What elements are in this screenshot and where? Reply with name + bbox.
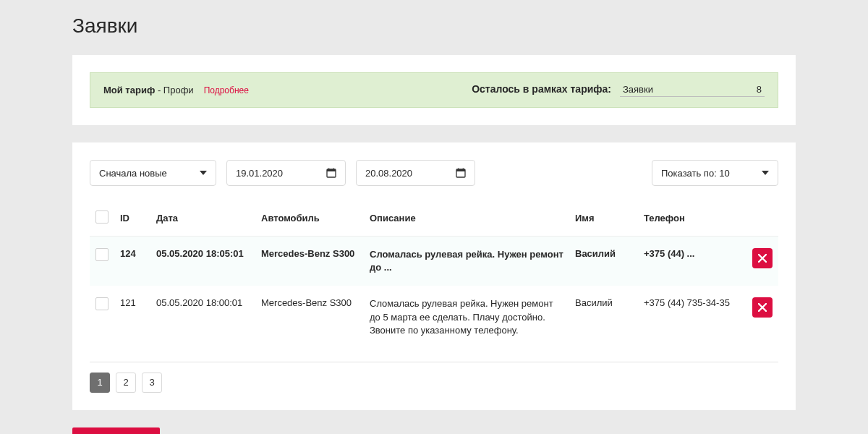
svg-rect-6 bbox=[458, 169, 459, 171]
date-to-input[interactable]: 20.08.2020 bbox=[356, 160, 475, 186]
chevron-down-icon bbox=[200, 171, 207, 175]
row-delete-button[interactable] bbox=[752, 297, 773, 318]
cell-owner-name: Василий bbox=[569, 237, 638, 286]
svg-rect-3 bbox=[333, 169, 334, 171]
svg-rect-5 bbox=[456, 169, 465, 171]
cell-car: Mercedes-Benz S300 bbox=[255, 286, 364, 349]
requests-table: ID Дата Автомобиль Описание Имя Телефон … bbox=[90, 203, 778, 349]
row-checkbox[interactable] bbox=[95, 248, 109, 261]
tariff-info: Мой тариф - Профи Подробнее bbox=[103, 85, 249, 95]
cell-id: 124 bbox=[114, 237, 150, 286]
per-page-value: Показать по: 10 bbox=[661, 168, 730, 179]
col-date: Дата bbox=[150, 203, 255, 237]
cell-car: Mercedes-Benz S300 bbox=[255, 237, 364, 286]
row-delete-button[interactable] bbox=[752, 248, 773, 268]
cell-phone: +375 (44) ... bbox=[638, 237, 746, 286]
page-2[interactable]: 2 bbox=[116, 373, 136, 393]
page-1[interactable]: 1 bbox=[90, 373, 110, 393]
calendar-icon bbox=[326, 168, 336, 178]
close-icon bbox=[758, 303, 767, 312]
tariff-remaining: Осталось в рамках тарифа: Заявки 8 bbox=[472, 83, 765, 97]
table-row[interactable]: 12405.05.2020 18:05:01Mercedes-Benz S300… bbox=[90, 237, 778, 286]
per-page-select[interactable]: Показать по: 10 bbox=[652, 160, 778, 186]
requests-card: Сначала новые 19.01.2020 20.08.2020 Пока… bbox=[72, 142, 796, 410]
row-checkbox[interactable] bbox=[95, 297, 109, 310]
cell-date: 05.05.2020 18:00:01 bbox=[150, 286, 255, 349]
page-title: Заявки bbox=[72, 14, 796, 38]
cell-id: 121 bbox=[114, 286, 150, 349]
svg-rect-7 bbox=[463, 169, 464, 171]
my-tariff-label: Мой тариф bbox=[103, 85, 155, 95]
col-name: Имя bbox=[569, 203, 638, 237]
col-id: ID bbox=[114, 203, 150, 237]
svg-rect-2 bbox=[328, 169, 329, 171]
tariff-details-link[interactable]: Подробнее bbox=[204, 85, 249, 95]
pagination: 123 bbox=[90, 373, 778, 393]
remaining-field-value: 8 bbox=[757, 84, 762, 95]
tariff-card: Мой тариф - Профи Подробнее Осталось в р… bbox=[72, 55, 796, 125]
chevron-down-icon bbox=[762, 171, 769, 175]
tariff-box: Мой тариф - Профи Подробнее Осталось в р… bbox=[90, 72, 778, 108]
col-car: Автомобиль bbox=[255, 203, 364, 237]
close-icon bbox=[758, 254, 767, 263]
cell-description: Сломалась рулевая рейка. Нужен ремонт до… bbox=[370, 248, 563, 274]
date-from-value: 19.01.2020 bbox=[236, 168, 283, 179]
cell-date: 05.05.2020 18:05:01 bbox=[150, 237, 255, 286]
svg-rect-1 bbox=[327, 169, 336, 171]
cell-owner-name: Василий bbox=[569, 286, 638, 349]
col-phone: Телефон bbox=[638, 203, 746, 237]
table-row[interactable]: 12105.05.2020 18:00:01Mercedes-Benz S300… bbox=[90, 286, 778, 349]
date-to-value: 20.08.2020 bbox=[365, 168, 412, 179]
cell-description: Сломалась рулевая рейка. Нужен ремонт до… bbox=[370, 297, 563, 337]
calendar-icon bbox=[456, 168, 466, 178]
remaining-label: Осталось в рамках тарифа: bbox=[472, 83, 611, 95]
col-description: Описание bbox=[364, 203, 569, 237]
cell-phone: +375 (44) 735-34-35 bbox=[638, 286, 746, 349]
filters-row: Сначала новые 19.01.2020 20.08.2020 Пока… bbox=[90, 160, 778, 186]
select-all-checkbox[interactable] bbox=[95, 210, 109, 224]
page-3[interactable]: 3 bbox=[142, 373, 162, 393]
remaining-field-label: Заявки bbox=[623, 84, 653, 95]
sort-select[interactable]: Сначала новые bbox=[90, 160, 216, 186]
sort-value: Сначала новые bbox=[99, 168, 167, 179]
plan-name: Профи bbox=[163, 85, 194, 95]
delete-button[interactable]: Удалить bbox=[72, 427, 160, 434]
date-from-input[interactable]: 19.01.2020 bbox=[226, 160, 346, 186]
